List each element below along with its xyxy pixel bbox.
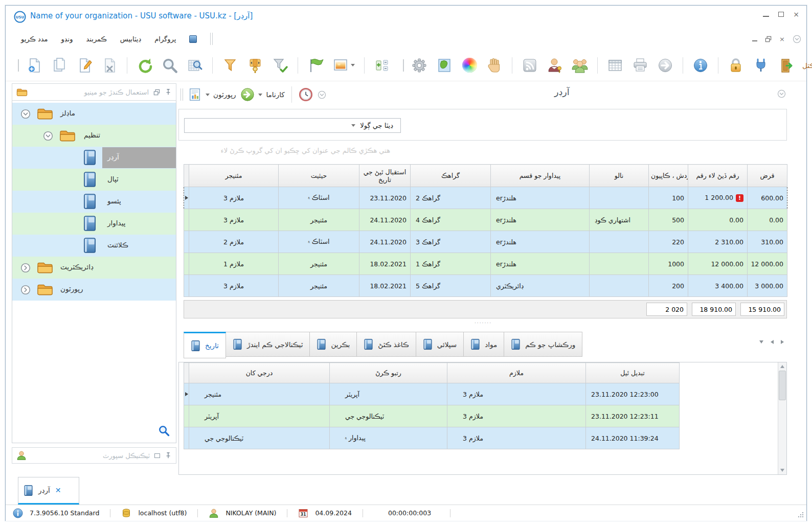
cell-manager[interactable]: ملازم 3	[189, 275, 279, 297]
cell-debt[interactable]: 0.00	[748, 209, 787, 231]
resize-grip[interactable]	[802, 516, 803, 517]
panel-collapse-icon[interactable]	[777, 89, 786, 98]
tab-list-dropdown-icon[interactable]	[759, 340, 763, 344]
cell-debt[interactable]: 3 000.00	[748, 275, 787, 297]
edit-record-button[interactable]	[75, 56, 94, 75]
filter-apply-button[interactable]	[270, 56, 290, 75]
table-row[interactable]: ملازم 3 مئنيجر 18.02.2021 گراهڪ 5 ڊائريڪ…	[184, 275, 787, 297]
tab-scroll-right-icon[interactable]	[781, 340, 784, 344]
tree-item-client[interactable]: ڪلائنٽ	[12, 235, 176, 257]
tree-item-production[interactable]: پيداوار	[12, 213, 176, 235]
feed-button[interactable]	[520, 56, 539, 75]
cell-copies[interactable]: 220	[649, 231, 688, 253]
cell-from-rank[interactable]: مئنيجر	[189, 383, 330, 405]
cell-date[interactable]: 18.02.2021	[359, 275, 411, 297]
background-image-button[interactable]	[331, 56, 356, 75]
go-forward-button[interactable]	[656, 56, 675, 75]
column-header-employee[interactable]: ملازم	[447, 363, 586, 383]
cell-customer[interactable]: گراهڪ 3	[411, 231, 491, 253]
search-in-table-button[interactable]	[185, 56, 205, 75]
tab-scroll-left-icon[interactable]	[771, 340, 774, 344]
column-header-status[interactable]: حيثيت	[279, 165, 359, 187]
cell-name[interactable]: اشتهاري ڪوڊ	[590, 209, 649, 231]
map-button[interactable]	[435, 56, 454, 75]
table-row[interactable]: ٽيڪنالوجي جي پيداوار ۾ ملازم 3 24.11.202…	[184, 427, 680, 449]
tab-booking[interactable]: بڪرين	[309, 332, 357, 357]
cell-to-rank[interactable]: پيداوار ۾	[330, 427, 447, 449]
data-search-combo[interactable]: ڊيٽا جي ڳولا	[184, 118, 401, 133]
cell-customer[interactable]: گراهڪ 1	[411, 253, 491, 275]
tree-item-modules[interactable]: ماڊلز	[12, 103, 176, 125]
cell-name[interactable]	[590, 275, 649, 297]
cell-copies[interactable]: 500	[649, 209, 688, 231]
tree-item-directorate[interactable]: ڊائريڪٽريٽ	[12, 257, 176, 279]
collapse-icon[interactable]	[43, 131, 53, 141]
menubar-collapse-icon[interactable]	[793, 35, 801, 43]
cell-date[interactable]: 18.02.2021	[359, 253, 411, 275]
exit-label[interactable]: نڪتل	[802, 61, 812, 70]
column-header-changed[interactable]: تبديل ٿيل	[586, 363, 680, 383]
lock-button[interactable]	[726, 56, 746, 75]
column-header-amount[interactable]: رقم ڏيڻ لاء رقم	[688, 165, 748, 187]
cell-manager[interactable]: ملازم 3	[189, 209, 279, 231]
table-row[interactable]: ملازم 1 مئنيجر 18.02.2021 گراهڪ 1 هلندڙe…	[184, 253, 787, 275]
tab-supply[interactable]: سپلائي	[416, 332, 464, 357]
cell-name[interactable]	[590, 187, 649, 209]
refresh-button[interactable]	[135, 56, 154, 75]
menu-help[interactable]: مدد ڪريو	[21, 35, 48, 43]
new-record-button[interactable]	[25, 56, 44, 75]
menu-database[interactable]: ڊيٽابيس	[120, 35, 141, 43]
maximize-button-icon[interactable]	[778, 12, 784, 17]
pin-icon[interactable]	[165, 452, 172, 459]
cell-employee[interactable]: ملازم 3	[447, 383, 586, 405]
panel-maximize-icon[interactable]	[154, 453, 160, 458]
cell-copies[interactable]: 200	[649, 275, 688, 297]
undock-icon[interactable]	[153, 89, 160, 96]
cell-customer[interactable]: گراهڪ 4	[411, 209, 491, 231]
cell-copies[interactable]: 1000	[649, 253, 688, 275]
cell-name[interactable]	[590, 253, 649, 275]
tree-item-organization[interactable]: تنظيم	[12, 125, 176, 147]
column-header-copies[interactable]: گردش ، ڪاپيون	[649, 165, 688, 187]
settings-button[interactable]	[410, 56, 429, 75]
support-panel[interactable]: ٽيڪنيڪل سپورٽ	[12, 447, 176, 464]
users-button[interactable]	[570, 56, 590, 75]
scroll-up-icon[interactable]	[780, 365, 784, 368]
cell-status[interactable]: مئنيجر	[279, 209, 359, 231]
column-header-from-rank[interactable]: درجي کان	[189, 363, 330, 383]
cell-debt[interactable]: 12 000.00	[748, 253, 787, 275]
delete-record-button[interactable]	[100, 56, 119, 75]
menu-program[interactable]: پروگرام	[154, 35, 176, 43]
cell-status[interactable]: مئنيجر	[279, 275, 359, 297]
cell-date[interactable]: 24.11.2020	[359, 231, 411, 253]
cell-product-type[interactable]: هلندڙer	[491, 209, 590, 231]
scrollbar-thumb[interactable]	[779, 371, 786, 400]
mdi-minimize-icon[interactable]	[752, 37, 757, 41]
cell-amount[interactable]: 12 000.00	[688, 253, 748, 275]
scroll-down-icon[interactable]	[780, 469, 784, 472]
cell-changed[interactable]: 24.11.2020 11:39:24	[586, 427, 680, 449]
cell-product-type[interactable]: ڊائريڪٽري	[491, 275, 590, 297]
cell-amount[interactable]: 0.00	[688, 209, 748, 231]
calendar-icon[interactable]: 31	[298, 508, 308, 518]
exit-button[interactable]	[776, 56, 796, 75]
tab-history[interactable]: تاريخ	[184, 332, 226, 358]
tree-item-reports[interactable]: رپورٽون	[12, 279, 176, 301]
column-header-product-type[interactable]: پيداوار جو قسم	[491, 165, 590, 187]
cell-changed[interactable]: 23.11.2020 12:23:11	[586, 405, 680, 427]
table-row[interactable]: آپريٽر ٽيڪنالوجي جي ملازم 3 23.11.2020 1…	[184, 405, 680, 427]
cell-from-rank[interactable]: ٽيڪنالوجي جي	[189, 427, 330, 449]
cell-debt[interactable]: 310.00	[748, 231, 787, 253]
tab-technology-upcoming[interactable]: ٽيڪنالاجي ڪم ايندڙ	[225, 332, 310, 357]
tree-item-mail[interactable]: ٽپال	[12, 169, 176, 191]
table-row[interactable]: ملازم 3 مئنيجر 24.11.2020 گراهڪ 4 هلندڙe…	[184, 209, 787, 231]
plugin-button[interactable]	[751, 56, 771, 75]
actions-button[interactable]: کارناما	[240, 87, 284, 102]
tree-item-money[interactable]: پئسو	[12, 191, 176, 213]
date-label[interactable]: 04.09.2024	[315, 509, 352, 517]
scheduler-button[interactable]	[299, 87, 313, 102]
table-row[interactable]: ملازم 2 اسٽاڪ ۾ 24.11.2020 گراهڪ 3 هلندڙ…	[184, 231, 787, 253]
info-button[interactable]	[691, 56, 710, 75]
minimize-button-icon[interactable]	[763, 12, 769, 17]
tree-item-order[interactable]: آرڊر	[12, 147, 176, 169]
